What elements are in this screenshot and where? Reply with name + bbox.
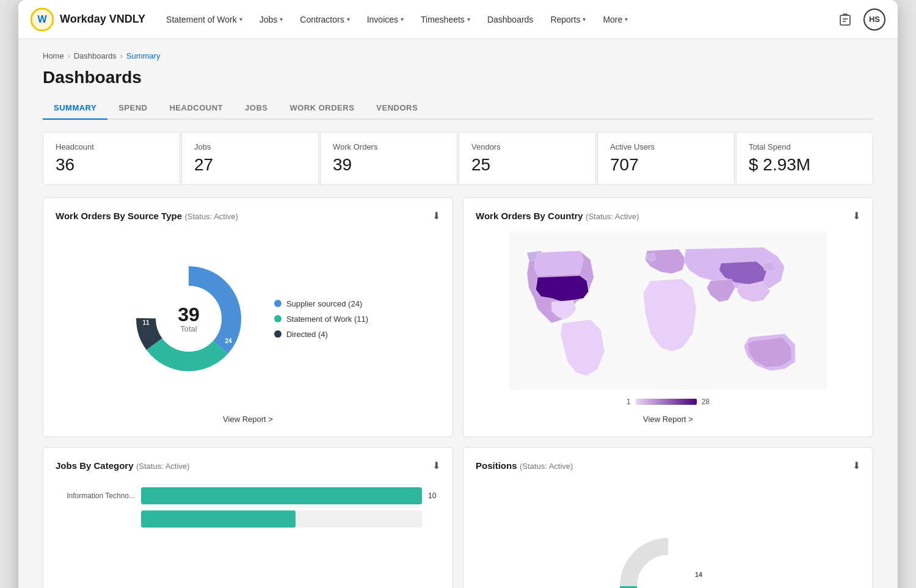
download-icon-positions[interactable]: ⬇: [852, 460, 860, 471]
stats-row: Headcount 36 Jobs 27 Work Orders 39 Vend…: [43, 132, 873, 185]
chart-title-jobs: Jobs By Category (Status: Active): [56, 460, 189, 471]
stat-active-users: Active Users 707: [597, 132, 735, 185]
map-gradient: [636, 399, 697, 405]
bar-track-0: [141, 487, 422, 504]
charts-grid: Work Orders By Source Type (Status: Acti…: [43, 197, 873, 588]
bar-row-1: [56, 510, 440, 528]
app-frame: W Workday VNDLY Statement of Work ▾ Jobs…: [18, 0, 898, 588]
dashboard-tabs: SUMMARY SPEND HEADCOUNT JOBS WORK ORDERS…: [43, 97, 873, 120]
stat-jobs-label: Jobs: [194, 142, 306, 151]
stat-vendors-label: Vendors: [471, 142, 583, 151]
stat-total-spend-label: Total Spend: [749, 142, 860, 151]
breadcrumb-dashboards[interactable]: Dashboards: [74, 51, 117, 60]
svg-text:24: 24: [225, 338, 232, 344]
stat-work-orders: Work Orders 39: [320, 132, 457, 185]
world-map-container: 1 28: [476, 231, 860, 406]
positions-svg: 14: [607, 525, 729, 589]
breadcrumb-separator-2: ›: [120, 52, 123, 60]
nav-items: Statement of Work ▾ Jobs ▾ Contractors ▾…: [158, 0, 834, 39]
nav-statement-of-work[interactable]: Statement of Work ▾: [158, 0, 251, 39]
tab-jobs[interactable]: JOBS: [234, 97, 278, 120]
nav-reports[interactable]: Reports ▾: [542, 0, 594, 39]
legend-dot-sow: [274, 315, 282, 322]
bar-fill-0: [141, 487, 422, 504]
stat-vendors-value: 25: [471, 155, 583, 175]
logo-area[interactable]: W Workday VNDLY: [31, 8, 145, 31]
chevron-down-icon: ▾: [625, 16, 628, 23]
stat-active-users-value: 707: [610, 155, 722, 175]
chart-title-positions: Positions (Status: Active): [476, 460, 573, 471]
logo-text: Workday VNDLY: [60, 13, 145, 26]
stat-jobs-value: 27: [194, 155, 306, 175]
breadcrumb-home[interactable]: Home: [43, 51, 64, 60]
user-avatar[interactable]: HS: [863, 9, 885, 31]
clipboard-icon-button[interactable]: [834, 9, 856, 31]
chevron-down-icon: ▾: [583, 16, 586, 23]
tab-spend[interactable]: SPEND: [107, 97, 158, 120]
donut-container: 11 24 39 Total Supplier sourced (: [128, 258, 368, 380]
stat-total-spend: Total Spend $ 2.93M: [736, 132, 873, 185]
tab-summary[interactable]: SUMMARY: [43, 97, 107, 120]
map-legend: 1 28: [476, 397, 860, 406]
chevron-down-icon: ▾: [401, 16, 404, 23]
stat-active-users-label: Active Users: [610, 142, 722, 151]
stat-headcount-value: 36: [56, 155, 167, 175]
tab-vendors[interactable]: VENDORS: [365, 97, 429, 120]
download-icon-source[interactable]: ⬇: [432, 210, 440, 222]
positions-donut: 14: [607, 525, 729, 589]
bar-count-0: 10: [428, 492, 440, 500]
nav-invoices[interactable]: Invoices ▾: [358, 0, 412, 39]
chart-body-positions: 14: [476, 481, 860, 588]
svg-text:W: W: [37, 14, 47, 24]
nav-more[interactable]: More ▾: [594, 0, 636, 39]
svg-rect-3: [840, 15, 850, 25]
download-icon-jobs[interactable]: ⬇: [432, 460, 440, 471]
donut-center: 39 Total: [178, 305, 200, 333]
legend-item-0: Supplier sourced (24): [274, 299, 368, 308]
tab-headcount[interactable]: HEADCOUNT: [158, 97, 234, 120]
breadcrumb: Home › Dashboards › Summary: [43, 51, 873, 60]
tab-work-orders[interactable]: WORK ORDERS: [278, 97, 365, 120]
nav-jobs[interactable]: Jobs ▾: [251, 0, 292, 39]
nav-right: HS: [834, 9, 885, 31]
positions-chart: Positions (Status: Active) ⬇ 14: [463, 447, 873, 588]
work-orders-country-chart: Work Orders By Country (Status: Active) …: [463, 197, 873, 437]
chevron-down-icon: ▾: [467, 16, 470, 23]
chevron-down-icon: ▾: [239, 16, 242, 23]
svg-text:11: 11: [142, 319, 150, 326]
nav-timesheets[interactable]: Timesheets ▾: [412, 0, 479, 39]
chart-body-country: 1 28: [476, 231, 860, 406]
chart-footer-source: View Report >: [56, 413, 440, 424]
download-icon-country[interactable]: ⬇: [852, 210, 860, 222]
nav-dashboards[interactable]: Dashboards: [479, 0, 542, 39]
work-orders-source-chart: Work Orders By Source Type (Status: Acti…: [43, 197, 453, 437]
chart-footer-country: View Report >: [476, 413, 860, 424]
legend-dot-supplier: [274, 300, 282, 307]
chart-header-jobs: Jobs By Category (Status: Active) ⬇: [56, 460, 440, 471]
view-report-source[interactable]: View Report >: [223, 415, 273, 424]
view-report-country[interactable]: View Report >: [643, 415, 693, 424]
donut-wrap: 11 24 39 Total: [128, 258, 250, 380]
jobs-category-chart: Jobs By Category (Status: Active) ⬇ Info…: [43, 447, 453, 588]
legend-item-1: Statement of Work (11): [274, 314, 368, 324]
chart-header-positions: Positions (Status: Active) ⬇: [476, 460, 860, 471]
stat-vendors: Vendors 25: [459, 132, 596, 185]
chart-body-source: 11 24 39 Total Supplier sourced (: [56, 231, 440, 406]
breadcrumb-separator: ›: [68, 52, 70, 60]
chart-header-source: Work Orders By Source Type (Status: Acti…: [56, 210, 440, 222]
bar-row-0: Information Techno... 10: [56, 487, 440, 504]
donut-legend: Supplier sourced (24) Statement of Work …: [274, 299, 368, 339]
stat-headcount-label: Headcount: [56, 142, 167, 151]
stat-work-orders-label: Work Orders: [333, 142, 445, 151]
jobs-bar-chart: Information Techno... 10: [56, 487, 440, 534]
svg-text:14: 14: [695, 571, 703, 578]
nav-contractors[interactable]: Contractors ▾: [291, 0, 358, 39]
bar-track-1: [141, 510, 422, 528]
svg-point-12: [628, 546, 708, 589]
world-map-svg: [476, 231, 860, 390]
chart-body-jobs: Information Techno... 10: [56, 481, 440, 588]
workday-logo-icon: W: [31, 8, 54, 31]
stat-headcount: Headcount 36: [43, 132, 180, 185]
breadcrumb-current[interactable]: Summary: [126, 51, 161, 60]
legend-item-2: Directed (4): [274, 330, 368, 339]
